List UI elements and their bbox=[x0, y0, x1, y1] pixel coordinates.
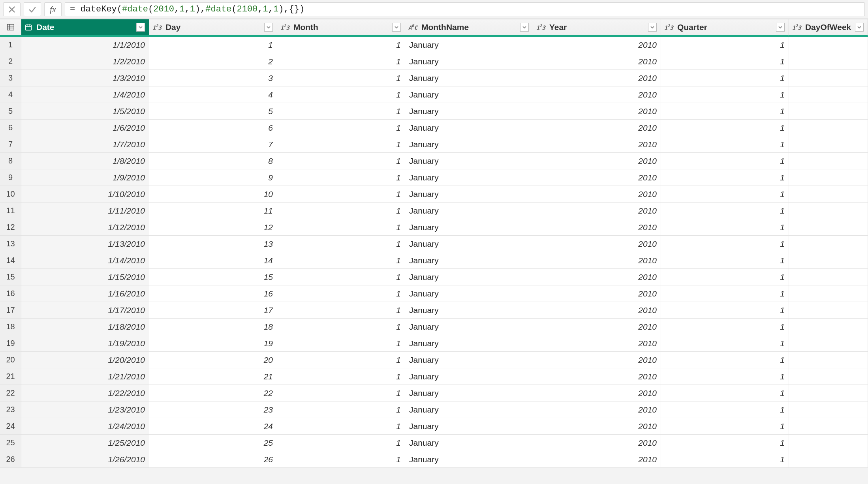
cell-month[interactable]: 1 bbox=[277, 153, 405, 169]
cell-monthname[interactable]: January bbox=[405, 103, 533, 120]
cell-month[interactable]: 1 bbox=[277, 269, 405, 285]
cell-quarter[interactable]: 1 bbox=[661, 219, 789, 236]
row-header[interactable]: 7 bbox=[0, 136, 21, 153]
cell-quarter[interactable]: 1 bbox=[661, 153, 789, 169]
cell-month[interactable]: 1 bbox=[277, 219, 405, 236]
cell-date[interactable]: 1/14/2010 bbox=[21, 252, 149, 269]
cell-monthname[interactable]: January bbox=[405, 236, 533, 252]
cell-month[interactable]: 1 bbox=[277, 186, 405, 203]
cell-quarter[interactable]: 1 bbox=[661, 37, 789, 53]
cell-year[interactable]: 2010 bbox=[533, 435, 661, 451]
cell-date[interactable]: 1/26/2010 bbox=[21, 451, 149, 468]
cell-monthname[interactable]: January bbox=[405, 153, 533, 169]
row-header[interactable]: 24 bbox=[0, 418, 21, 435]
cell-day[interactable]: 13 bbox=[149, 236, 277, 252]
cell-monthname[interactable]: January bbox=[405, 169, 533, 186]
cell-month[interactable]: 1 bbox=[277, 302, 405, 319]
cell-date[interactable]: 1/13/2010 bbox=[21, 236, 149, 252]
cell-quarter[interactable]: 1 bbox=[661, 401, 789, 418]
row-header[interactable]: 17 bbox=[0, 302, 21, 319]
cell-year[interactable]: 2010 bbox=[533, 269, 661, 285]
cell-date[interactable]: 1/25/2010 bbox=[21, 435, 149, 451]
cell-monthname[interactable]: January bbox=[405, 136, 533, 153]
row-header[interactable]: 13 bbox=[0, 236, 21, 252]
column-header-monthname[interactable]: ABCMonthName bbox=[405, 19, 533, 37]
cell-dayofweek[interactable] bbox=[789, 37, 868, 53]
row-header[interactable]: 19 bbox=[0, 335, 21, 352]
row-header[interactable]: 14 bbox=[0, 252, 21, 269]
cell-dayofweek[interactable] bbox=[789, 153, 868, 169]
cell-year[interactable]: 2010 bbox=[533, 401, 661, 418]
cell-month[interactable]: 1 bbox=[277, 120, 405, 136]
cell-year[interactable]: 2010 bbox=[533, 335, 661, 352]
cell-dayofweek[interactable] bbox=[789, 53, 868, 70]
cell-year[interactable]: 2010 bbox=[533, 203, 661, 219]
cell-month[interactable]: 1 bbox=[277, 252, 405, 269]
cell-monthname[interactable]: January bbox=[405, 120, 533, 136]
cell-day[interactable]: 18 bbox=[149, 319, 277, 335]
row-header[interactable]: 1 bbox=[0, 37, 21, 53]
cell-monthname[interactable]: January bbox=[405, 435, 533, 451]
row-header[interactable]: 26 bbox=[0, 451, 21, 468]
cell-quarter[interactable]: 1 bbox=[661, 203, 789, 219]
cell-dayofweek[interactable] bbox=[789, 451, 868, 468]
cell-year[interactable]: 2010 bbox=[533, 169, 661, 186]
row-header[interactable]: 4 bbox=[0, 86, 21, 103]
cell-dayofweek[interactable] bbox=[789, 136, 868, 153]
column-filter-button[interactable] bbox=[264, 23, 273, 32]
cell-year[interactable]: 2010 bbox=[533, 103, 661, 120]
cell-dayofweek[interactable] bbox=[789, 335, 868, 352]
cell-date[interactable]: 1/10/2010 bbox=[21, 186, 149, 203]
cell-monthname[interactable]: January bbox=[405, 252, 533, 269]
cell-dayofweek[interactable] bbox=[789, 269, 868, 285]
cell-date[interactable]: 1/17/2010 bbox=[21, 302, 149, 319]
cell-quarter[interactable]: 1 bbox=[661, 335, 789, 352]
cell-monthname[interactable]: January bbox=[405, 418, 533, 435]
row-header[interactable]: 25 bbox=[0, 435, 21, 451]
cell-date[interactable]: 1/3/2010 bbox=[21, 70, 149, 86]
column-header-day[interactable]: 123Day bbox=[149, 19, 277, 37]
cell-monthname[interactable]: January bbox=[405, 319, 533, 335]
cell-month[interactable]: 1 bbox=[277, 285, 405, 302]
cell-day[interactable]: 24 bbox=[149, 418, 277, 435]
cell-monthname[interactable]: January bbox=[405, 219, 533, 236]
cell-month[interactable]: 1 bbox=[277, 352, 405, 368]
cell-month[interactable]: 1 bbox=[277, 86, 405, 103]
cell-monthname[interactable]: January bbox=[405, 86, 533, 103]
cell-date[interactable]: 1/2/2010 bbox=[21, 53, 149, 70]
cell-monthname[interactable]: January bbox=[405, 302, 533, 319]
cell-year[interactable]: 2010 bbox=[533, 368, 661, 385]
cell-month[interactable]: 1 bbox=[277, 451, 405, 468]
cell-dayofweek[interactable] bbox=[789, 203, 868, 219]
row-header[interactable]: 3 bbox=[0, 70, 21, 86]
cell-monthname[interactable]: January bbox=[405, 285, 533, 302]
cell-year[interactable]: 2010 bbox=[533, 285, 661, 302]
cell-dayofweek[interactable] bbox=[789, 418, 868, 435]
cell-quarter[interactable]: 1 bbox=[661, 120, 789, 136]
cell-day[interactable]: 1 bbox=[149, 37, 277, 53]
cell-month[interactable]: 1 bbox=[277, 368, 405, 385]
cell-day[interactable]: 4 bbox=[149, 86, 277, 103]
cell-date[interactable]: 1/18/2010 bbox=[21, 319, 149, 335]
cell-monthname[interactable]: January bbox=[405, 70, 533, 86]
cell-year[interactable]: 2010 bbox=[533, 120, 661, 136]
cell-monthname[interactable]: January bbox=[405, 352, 533, 368]
column-filter-button[interactable] bbox=[776, 23, 785, 32]
cell-day[interactable]: 7 bbox=[149, 136, 277, 153]
cell-dayofweek[interactable] bbox=[789, 385, 868, 401]
column-header-quarter[interactable]: 123Quarter bbox=[661, 19, 789, 37]
column-header-month[interactable]: 123Month bbox=[277, 19, 405, 37]
column-header-dayofweek[interactable]: 123DayOfWeek bbox=[789, 19, 868, 37]
cell-day[interactable]: 11 bbox=[149, 203, 277, 219]
cell-dayofweek[interactable] bbox=[789, 302, 868, 319]
cell-dayofweek[interactable] bbox=[789, 435, 868, 451]
column-filter-button[interactable] bbox=[648, 23, 657, 32]
cell-dayofweek[interactable] bbox=[789, 401, 868, 418]
cell-dayofweek[interactable] bbox=[789, 186, 868, 203]
cell-month[interactable]: 1 bbox=[277, 169, 405, 186]
cell-quarter[interactable]: 1 bbox=[661, 169, 789, 186]
cell-day[interactable]: 3 bbox=[149, 70, 277, 86]
cell-year[interactable]: 2010 bbox=[533, 219, 661, 236]
cell-day[interactable]: 14 bbox=[149, 252, 277, 269]
row-header[interactable]: 11 bbox=[0, 203, 21, 219]
